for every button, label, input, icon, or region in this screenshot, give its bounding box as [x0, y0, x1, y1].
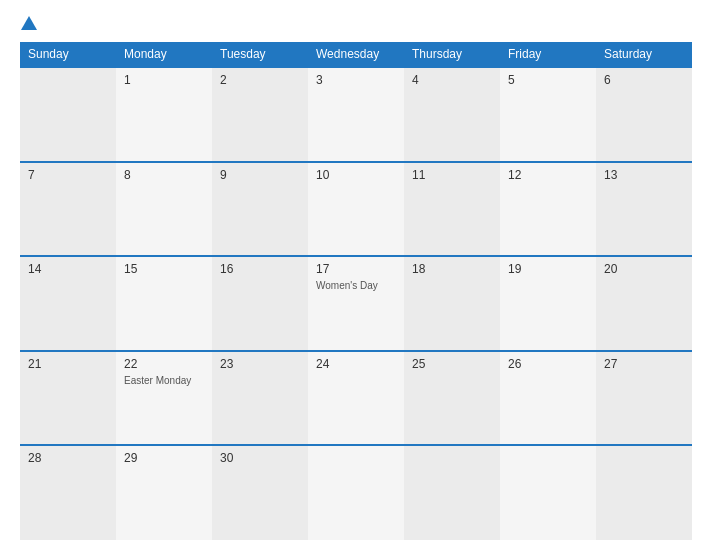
- day-number: 24: [316, 357, 396, 371]
- calendar-cell: 11: [404, 162, 500, 257]
- calendar-cell: 6: [596, 67, 692, 162]
- day-number: 25: [412, 357, 492, 371]
- week-row: 123456: [20, 67, 692, 162]
- calendar-cell: 14: [20, 256, 116, 351]
- day-number: 4: [412, 73, 492, 87]
- calendar-cell: 23: [212, 351, 308, 446]
- day-number: 23: [220, 357, 300, 371]
- day-number: 13: [604, 168, 684, 182]
- calendar-cell: 15: [116, 256, 212, 351]
- header-col-saturday: Saturday: [596, 42, 692, 67]
- day-number: 2: [220, 73, 300, 87]
- calendar-body: 1234567891011121314151617Women's Day1819…: [20, 67, 692, 540]
- day-number: 21: [28, 357, 108, 371]
- calendar-cell: 7: [20, 162, 116, 257]
- calendar-cell: [500, 445, 596, 540]
- week-row: 282930: [20, 445, 692, 540]
- calendar-cell: 29: [116, 445, 212, 540]
- day-number: 16: [220, 262, 300, 276]
- calendar-cell: 8: [116, 162, 212, 257]
- day-number: 17: [316, 262, 396, 276]
- day-number: 6: [604, 73, 684, 87]
- calendar-cell: 16: [212, 256, 308, 351]
- header-row: SundayMondayTuesdayWednesdayThursdayFrid…: [20, 42, 692, 67]
- calendar-cell: 30: [212, 445, 308, 540]
- calendar-cell: 3: [308, 67, 404, 162]
- calendar-cell: 21: [20, 351, 116, 446]
- day-number: 9: [220, 168, 300, 182]
- calendar-page: SundayMondayTuesdayWednesdayThursdayFrid…: [0, 0, 712, 550]
- calendar-cell: 2: [212, 67, 308, 162]
- day-number: 1: [124, 73, 204, 87]
- header-col-monday: Monday: [116, 42, 212, 67]
- calendar-cell: 28: [20, 445, 116, 540]
- calendar-cell: 20: [596, 256, 692, 351]
- logo-triangle-icon: [21, 16, 37, 30]
- week-row: 14151617Women's Day181920: [20, 256, 692, 351]
- day-number: 3: [316, 73, 396, 87]
- calendar-cell: 12: [500, 162, 596, 257]
- calendar-cell: [20, 67, 116, 162]
- header: [20, 16, 692, 32]
- day-number: 18: [412, 262, 492, 276]
- calendar-cell: 1: [116, 67, 212, 162]
- day-number: 30: [220, 451, 300, 465]
- calendar-cell: 9: [212, 162, 308, 257]
- day-number: 14: [28, 262, 108, 276]
- week-row: 2122Easter Monday2324252627: [20, 351, 692, 446]
- holiday-label: Easter Monday: [124, 374, 204, 387]
- day-number: 28: [28, 451, 108, 465]
- calendar-cell: 27: [596, 351, 692, 446]
- day-number: 5: [508, 73, 588, 87]
- day-number: 26: [508, 357, 588, 371]
- header-col-thursday: Thursday: [404, 42, 500, 67]
- calendar-cell: 24: [308, 351, 404, 446]
- day-number: 20: [604, 262, 684, 276]
- day-number: 15: [124, 262, 204, 276]
- header-col-sunday: Sunday: [20, 42, 116, 67]
- logo: [20, 16, 37, 32]
- calendar-cell: [308, 445, 404, 540]
- header-col-tuesday: Tuesday: [212, 42, 308, 67]
- calendar-cell: 5: [500, 67, 596, 162]
- day-number: 12: [508, 168, 588, 182]
- day-number: 10: [316, 168, 396, 182]
- day-number: 8: [124, 168, 204, 182]
- calendar-cell: 22Easter Monday: [116, 351, 212, 446]
- calendar-cell: 17Women's Day: [308, 256, 404, 351]
- calendar-cell: [596, 445, 692, 540]
- day-number: 11: [412, 168, 492, 182]
- calendar-table: SundayMondayTuesdayWednesdayThursdayFrid…: [20, 42, 692, 540]
- calendar-cell: 10: [308, 162, 404, 257]
- calendar-cell: [404, 445, 500, 540]
- calendar-header: SundayMondayTuesdayWednesdayThursdayFrid…: [20, 42, 692, 67]
- calendar-cell: 13: [596, 162, 692, 257]
- logo-line1: [20, 16, 37, 32]
- calendar-cell: 26: [500, 351, 596, 446]
- calendar-cell: 19: [500, 256, 596, 351]
- day-number: 19: [508, 262, 588, 276]
- calendar-cell: 18: [404, 256, 500, 351]
- header-col-friday: Friday: [500, 42, 596, 67]
- calendar-cell: 4: [404, 67, 500, 162]
- header-col-wednesday: Wednesday: [308, 42, 404, 67]
- day-number: 27: [604, 357, 684, 371]
- day-number: 29: [124, 451, 204, 465]
- holiday-label: Women's Day: [316, 279, 396, 292]
- day-number: 22: [124, 357, 204, 371]
- day-number: 7: [28, 168, 108, 182]
- calendar-cell: 25: [404, 351, 500, 446]
- week-row: 78910111213: [20, 162, 692, 257]
